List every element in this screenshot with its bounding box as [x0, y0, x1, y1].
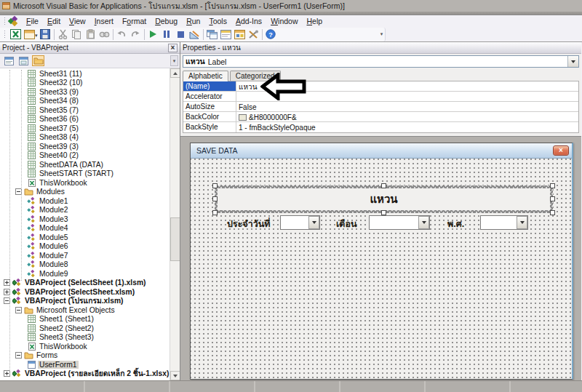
property-row[interactable]: (Name)แหวน — [183, 81, 578, 92]
userform-window[interactable]: SAVE DATA × แหวน — [190, 143, 573, 380]
menu-item-window[interactable]: Window — [266, 16, 302, 26]
tree-item[interactable]: Module3 — [0, 215, 170, 224]
object-selector-combobox[interactable]: แหวน Label — [183, 55, 579, 68]
resize-handle[interactable] — [212, 183, 218, 188]
menu-item-file[interactable]: File — [22, 16, 43, 26]
view-object-icon[interactable] — [17, 55, 30, 66]
tree-item[interactable]: Sheet1 (Sheet1) — [0, 315, 170, 324]
menu-item-edit[interactable]: Edit — [43, 16, 65, 26]
toolbar-overflow-icon[interactable] — [378, 29, 385, 39]
tree-item[interactable]: Sheet33 (9) — [0, 87, 170, 97]
project-tree-scrollbar[interactable] — [170, 68, 180, 392]
scrollbar-thumb[interactable] — [170, 217, 180, 261]
tree-item[interactable]: Module7 — [0, 251, 170, 260]
chevron-down-icon[interactable] — [418, 216, 429, 229]
tree-item[interactable]: Sheet2 (Sheet2) — [0, 324, 170, 333]
combobox-control[interactable] — [369, 215, 430, 230]
field-label[interactable]: เดือน — [336, 217, 356, 231]
resize-handle[interactable] — [212, 196, 218, 201]
undo-icon[interactable] — [115, 28, 129, 41]
field-label[interactable]: ประจำวันที่ — [227, 217, 271, 231]
save-icon[interactable] — [39, 28, 52, 41]
find-icon[interactable] — [97, 28, 111, 41]
tab-alphabetic[interactable]: Alphabetic — [183, 71, 228, 81]
toolbar-grip[interactable] — [4, 30, 7, 39]
collapse-icon[interactable] — [15, 307, 22, 313]
menu-item-debug[interactable]: Debug — [151, 16, 182, 26]
design-mode-icon[interactable] — [188, 28, 202, 41]
menu-item-format[interactable]: Format — [118, 16, 151, 26]
userform-close-icon[interactable]: × — [553, 145, 569, 156]
view-code-icon[interactable] — [3, 55, 15, 66]
insert-userform-icon[interactable] — [23, 28, 36, 41]
tree-item[interactable]: Module2 — [0, 206, 170, 215]
resize-handle[interactable] — [212, 210, 218, 215]
scroll-down-icon[interactable] — [170, 371, 180, 380]
property-row[interactable]: AutoSizeFalse — [183, 102, 578, 112]
tree-item[interactable]: Sheet34 (8) — [0, 97, 170, 106]
tree-item[interactable]: Sheet31 (11) — [0, 69, 170, 79]
project-explorer-icon[interactable] — [205, 28, 219, 41]
copy-icon[interactable] — [70, 28, 84, 41]
chevron-down-icon[interactable] — [517, 216, 527, 229]
property-row[interactable]: Accelerator — [183, 92, 578, 102]
tree-item[interactable]: ThisWorkbook — [0, 342, 170, 351]
tree-item[interactable]: Sheet37 (5) — [0, 124, 170, 133]
property-value[interactable]: &H8000000F& — [236, 112, 578, 121]
tree-item[interactable]: Sheet36 (6) — [0, 115, 170, 124]
tree-item[interactable]: VBAProject (SelectSheet (1).xlsm) — [0, 279, 170, 288]
tree-item[interactable]: Forms — [0, 351, 170, 361]
tree-item[interactable]: Sheet35 (7) — [0, 105, 170, 115]
tree-item[interactable]: Module9 — [0, 269, 170, 279]
project-toolbar-options-icon[interactable]: ▾ — [170, 55, 178, 66]
property-row[interactable]: BackColor&H8000000F& — [183, 112, 578, 122]
menu-item-insert[interactable]: Insert — [90, 16, 118, 26]
resize-handle[interactable] — [550, 196, 555, 201]
toggle-folders-icon[interactable] — [32, 55, 44, 66]
menu-item-add-ins[interactable]: Add-Ins — [231, 16, 266, 26]
combobox-control[interactable] — [480, 215, 528, 230]
close-icon[interactable]: × — [168, 44, 178, 52]
cut-icon[interactable] — [56, 28, 70, 41]
redo-icon[interactable] — [129, 28, 143, 41]
scroll-up-icon[interactable] — [170, 68, 180, 78]
tree-item[interactable]: SheetDATA (DATA) — [0, 160, 170, 169]
view-excel-icon[interactable] — [9, 28, 23, 41]
reset-icon[interactable] — [174, 28, 188, 41]
collapse-icon[interactable] — [15, 352, 22, 359]
tree-item[interactable]: Modules — [0, 188, 170, 197]
toolbox-icon[interactable] — [247, 28, 260, 41]
resize-handle[interactable] — [381, 210, 386, 215]
break-icon[interactable] — [160, 28, 174, 41]
tree-item[interactable]: Sheet3 (Sheet3) — [0, 333, 170, 343]
resize-handle[interactable] — [550, 183, 555, 188]
property-value[interactable]: 1 - fmBackStyleOpaque — [236, 122, 578, 132]
object-browser-icon[interactable] — [233, 28, 247, 41]
tree-item[interactable]: Sheet38 (4) — [0, 133, 170, 143]
label-control-text[interactable]: แหวน — [218, 188, 550, 210]
menu-item-help[interactable]: Help — [302, 16, 327, 26]
tree-item[interactable]: Module4 — [0, 224, 170, 233]
chevron-down-icon[interactable] — [308, 216, 319, 229]
resize-handle[interactable] — [381, 183, 386, 188]
help-icon[interactable]: ? — [264, 28, 278, 41]
paste-icon[interactable] — [84, 28, 97, 41]
property-row[interactable]: BackStyle1 - fmBackStyleOpaque — [183, 122, 578, 132]
menu-item-view[interactable]: View — [65, 16, 90, 26]
tree-item[interactable]: Microsoft Excel Objects — [0, 305, 170, 315]
menu-item-run[interactable]: Run — [182, 16, 204, 26]
property-value[interactable]: False — [236, 102, 578, 111]
tree-item[interactable]: SheetSTART (START) — [0, 169, 170, 179]
tree-item[interactable]: Sheet39 (3) — [0, 142, 170, 151]
tree-item[interactable]: ThisWorkbook — [0, 178, 170, 188]
tree-item[interactable]: VBAProject (โปรแกรม.xlsm) — [0, 297, 170, 306]
tree-item[interactable]: Sheet32 (10) — [0, 79, 170, 88]
run-icon[interactable] — [146, 28, 160, 41]
userform-body[interactable]: แหวน ประจำวันที่เดือนพ.ศ. — [191, 159, 572, 379]
menu-item-tools[interactable]: Tools — [204, 16, 231, 26]
tree-item[interactable]: Module1 — [0, 196, 170, 206]
properties-window-icon[interactable] — [219, 28, 233, 41]
field-label[interactable]: พ.ศ. — [447, 217, 464, 231]
tree-item[interactable]: Module8 — [0, 260, 170, 270]
menubar-grip[interactable] — [4, 17, 7, 25]
